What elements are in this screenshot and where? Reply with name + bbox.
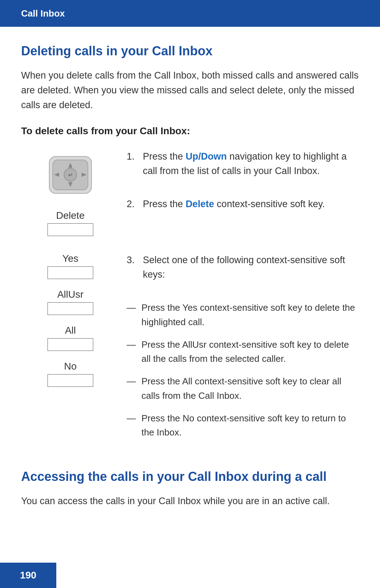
step3-num: 3. xyxy=(127,253,137,283)
section1-intro: When you delete calls from the Call Inbo… xyxy=(21,68,359,113)
step1-text: Press the Up/Down navigation key to high… xyxy=(143,149,359,179)
bullet-no-text: Press the No context-sensitive soft key … xyxy=(141,411,359,440)
step2-text-before: Press the xyxy=(143,199,186,209)
bullet-yes-highlight: Yes xyxy=(183,302,197,313)
left-col-step3: Yes AllUsr All No xyxy=(21,253,120,448)
bullet-allusr-highlight: AllUsr xyxy=(182,339,207,350)
bullet-yes-text: Press the Yes context-sensitive soft key… xyxy=(141,301,359,329)
bullet-allusr-text: Press the AllUsr context-sensitive soft … xyxy=(141,338,359,366)
step-3-layout: Yes AllUsr All No 3. Select one xyxy=(21,253,359,448)
bullet-all-prefix: Press the xyxy=(141,376,182,386)
bullet-allusr-prefix: Press the xyxy=(141,339,182,350)
no-softkey-btn xyxy=(48,374,93,387)
step1-text-before: Press the xyxy=(143,151,186,162)
bullet-dash-1: — xyxy=(127,301,136,329)
bullet-no-highlight: No xyxy=(183,413,194,423)
section2: Accessing the calls in your Call Inbox d… xyxy=(21,469,359,509)
all-softkey-group: All xyxy=(48,325,93,351)
bullet-list: — Press the Yes context-sensitive soft k… xyxy=(127,301,359,439)
allusr-softkey-label: AllUsr xyxy=(57,289,84,300)
allusr-softkey-btn xyxy=(48,302,93,315)
step-3: 3. Select one of the following context-s… xyxy=(127,253,359,283)
bullet-no: — Press the No context-sensitive soft ke… xyxy=(127,411,359,440)
bullet-all-highlight: All xyxy=(182,376,192,386)
allusr-softkey-group: AllUsr xyxy=(48,289,93,315)
page-number: 190 xyxy=(20,570,37,581)
bullet-dash-4: — xyxy=(127,411,136,440)
delete-softkey-group: Delete xyxy=(48,210,93,236)
right-col-steps12: 1. Press the Up/Down navigation key to h… xyxy=(120,149,359,246)
section2-body: You can access the calls in your Call In… xyxy=(21,494,359,509)
all-softkey-label: All xyxy=(65,325,76,336)
step2-num: 2. xyxy=(127,197,137,212)
svg-text:↵: ↵ xyxy=(68,172,73,178)
main-content: Deleting calls in your Call Inbox When y… xyxy=(0,44,380,508)
no-softkey-label: No xyxy=(64,361,77,372)
step2-highlight: Delete xyxy=(186,199,214,209)
bullet-dash-2: — xyxy=(127,338,136,366)
step2-text: Press the Delete context-sensitive soft … xyxy=(143,197,359,212)
steps-1-2-layout: ↵ Delete 1. Press the Up/ xyxy=(21,149,359,246)
page-footer: 190 xyxy=(0,563,56,588)
section1-subheading: To delete calls from your Call Inbox: xyxy=(21,125,359,137)
bullet-all-text: Press the All context-sensitive soft key… xyxy=(141,374,359,403)
yes-softkey-group: Yes xyxy=(48,253,93,279)
delete-softkey-btn xyxy=(48,223,93,236)
header-bar: Call Inbox xyxy=(0,0,380,27)
bullet-yes-prefix: Press the xyxy=(141,302,183,313)
yes-softkey-btn xyxy=(48,266,93,279)
step1-num: 1. xyxy=(127,149,137,179)
all-softkey-btn xyxy=(48,338,93,351)
step3-text-before: Select one of the following context-sens… xyxy=(143,255,345,280)
bullet-no-prefix: Press the xyxy=(141,413,183,423)
step1-highlight: Up/Down xyxy=(186,151,227,162)
section1-title: Deleting calls in your Call Inbox xyxy=(21,44,359,58)
yes-softkey-label: Yes xyxy=(62,253,78,264)
right-col-step3: 3. Select one of the following context-s… xyxy=(120,253,359,448)
step-2: 2. Press the Delete context-sensitive so… xyxy=(127,197,359,212)
no-softkey-group: No xyxy=(48,361,93,387)
bullet-yes: — Press the Yes context-sensitive soft k… xyxy=(127,301,359,329)
step-1: 1. Press the Up/Down navigation key to h… xyxy=(127,149,359,179)
left-col-steps12: ↵ Delete xyxy=(21,149,120,246)
header-label: Call Inbox xyxy=(21,8,65,19)
bullet-dash-3: — xyxy=(127,374,136,403)
step3-text: Select one of the following context-sens… xyxy=(143,253,359,283)
nav-key-icon: ↵ xyxy=(42,153,99,199)
section2-title: Accessing the calls in your Call Inbox d… xyxy=(21,469,359,484)
delete-softkey-label: Delete xyxy=(56,210,85,221)
bullet-allusr: — Press the AllUsr context-sensitive sof… xyxy=(127,338,359,366)
bullet-all: — Press the All context-sensitive soft k… xyxy=(127,374,359,403)
step2-text-after: context-sensitive soft key. xyxy=(214,199,325,209)
